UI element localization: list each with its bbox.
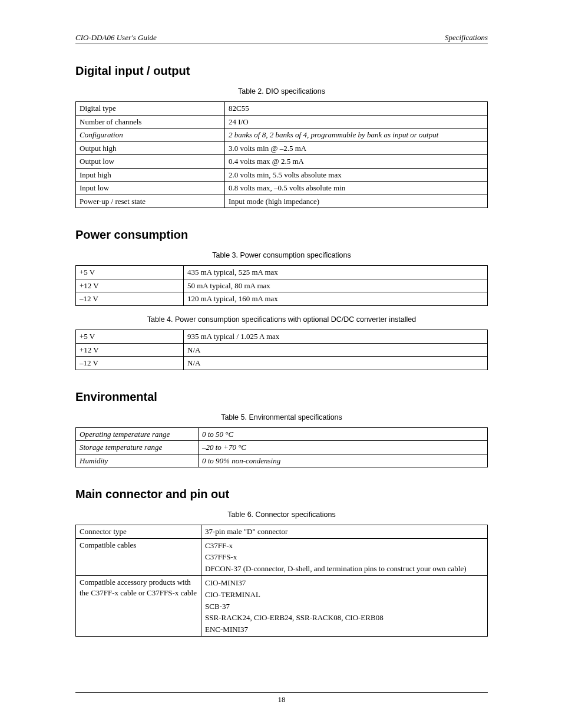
caption-table3: Table 3. Power consumption specification… (75, 251, 488, 259)
table-row: +5 V435 mA typical, 525 mA max (76, 266, 488, 279)
table-env: Operating temperature range0 to 50 °CSto… (75, 427, 488, 468)
heading-power: Power consumption (75, 228, 488, 242)
header-right: Specifications (445, 33, 488, 42)
spec-value: 2.0 volts min, 5.5 volts absolute max (225, 168, 488, 182)
spec-key: Connector type (76, 525, 201, 539)
spec-value: CIO-MINI37CIO-TERMINALSCB-37SSR-RACK24, … (201, 576, 488, 637)
spec-value: 0.8 volts max, –0.5 volts absolute min (225, 182, 488, 195)
spec-value: –20 to +70 °C (199, 441, 488, 454)
spec-value: Input mode (high impedance) (225, 195, 488, 208)
spec-value-line: DFCON-37 (D-connector, D-shell, and term… (205, 563, 484, 575)
table-row: +12 V50 mA typical, 80 mA max (76, 279, 488, 292)
running-header: CIO-DDA06 User's Guide Specifications (75, 33, 488, 44)
spec-value-line: SCB-37 (205, 601, 484, 612)
page-body: CIO-DDA06 User's Guide Specifications Di… (75, 33, 488, 637)
spec-value: 50 mA typical, 80 mA max (184, 279, 488, 292)
page-footer: 18 (75, 692, 488, 704)
heading-env: Environmental (75, 390, 488, 404)
spec-key: +5 V (76, 330, 184, 344)
table-row: +12 VN/A (76, 343, 488, 357)
table-row: Output high3.0 volts min @ –2.5 mA (76, 141, 488, 155)
spec-value-line: ENC-MINI37 (205, 624, 484, 635)
spec-value: 0.4 volts max @ 2.5 mA (225, 155, 488, 169)
table-row: +5 V935 mA typical / 1.025 A max (76, 330, 488, 344)
table-power2: +5 V935 mA typical / 1.025 A max+12 VN/A… (75, 330, 488, 370)
table-conn: Connector type37-pin male "D" connectorC… (75, 525, 488, 637)
table-row: –12 V120 mA typical, 160 mA max (76, 292, 488, 306)
spec-key: Input high (76, 168, 225, 182)
spec-key: Digital type (76, 102, 225, 116)
table-row: Input low0.8 volts max, –0.5 volts absol… (76, 182, 488, 195)
table-row: Operating temperature range0 to 50 °C (76, 427, 488, 441)
table-row: Output low0.4 volts max @ 2.5 mA (76, 155, 488, 169)
spec-key: Number of channels (76, 115, 225, 129)
heading-dio: Digital input / output (75, 64, 488, 78)
spec-key: +12 V (76, 343, 184, 357)
table-row: Compatible cablesC37FF-xC37FFS-xDFCON-37… (76, 538, 488, 576)
spec-value-line: CIO-TERMINAL (205, 589, 484, 601)
caption-table2: Table 2. DIO specifications (75, 87, 488, 95)
table-power1: +5 V435 mA typical, 525 mA max+12 V50 mA… (75, 265, 488, 306)
spec-value: 37-pin male "D" connector (201, 525, 488, 539)
spec-key: Operating temperature range (76, 427, 199, 441)
table-row: –12 VN/A (76, 357, 488, 370)
spec-key: Compatible accessory products with the C… (76, 576, 201, 637)
table-row: Storage temperature range–20 to +70 °C (76, 441, 488, 454)
page-number: 18 (75, 693, 488, 704)
table-row: Connector type37-pin male "D" connector (76, 525, 488, 539)
spec-value: 3.0 volts min @ –2.5 mA (225, 141, 488, 155)
spec-value: 2 banks of 8, 2 banks of 4, programmable… (225, 129, 488, 142)
spec-key: Storage temperature range (76, 441, 199, 454)
table-row: Power-up / reset stateInput mode (high i… (76, 195, 488, 208)
spec-key: –12 V (76, 357, 184, 370)
spec-value: N/A (184, 357, 488, 370)
table-row: Humidity0 to 90% non-condensing (76, 454, 488, 467)
heading-conn: Main connector and pin out (75, 487, 488, 501)
spec-key: Configuration (76, 129, 225, 142)
spec-value-line: C37FFS-x (205, 551, 484, 563)
spec-key: +5 V (76, 266, 184, 279)
spec-value: 120 mA typical, 160 mA max (184, 292, 488, 306)
spec-key: Compatible cables (76, 538, 201, 576)
caption-table5: Table 5. Environmental specifications (75, 413, 488, 421)
spec-key: Output high (76, 141, 225, 155)
spec-key: Input low (76, 182, 225, 195)
spec-value: 0 to 90% non-condensing (199, 454, 488, 467)
spec-key: +12 V (76, 279, 184, 292)
header-left: CIO-DDA06 User's Guide (75, 33, 157, 42)
spec-value: 435 mA typical, 525 mA max (184, 266, 488, 279)
table-dio: Digital type82C55Number of channels24 I/… (75, 101, 488, 208)
table-row: Input high2.0 volts min, 5.5 volts absol… (76, 168, 488, 182)
caption-table4: Table 4. Power consumption specification… (75, 315, 488, 324)
spec-key: Output low (76, 155, 225, 169)
caption-table6: Table 6. Connector specifications (75, 510, 488, 519)
spec-value: 935 mA typical / 1.025 A max (184, 330, 488, 344)
spec-value: 82C55 (225, 102, 488, 116)
spec-key: Humidity (76, 454, 199, 467)
spec-value-line: SSR-RACK24, CIO-ERB24, SSR-RACK08, CIO-E… (205, 612, 484, 624)
spec-value: C37FF-xC37FFS-xDFCON-37 (D-connector, D-… (201, 538, 488, 576)
table-row: Digital type82C55 (76, 102, 488, 116)
spec-value-line: CIO-MINI37 (205, 577, 484, 589)
spec-value: 0 to 50 °C (199, 427, 488, 441)
table-row: Compatible accessory products with the C… (76, 576, 488, 637)
table-row: Number of channels24 I/O (76, 115, 488, 129)
spec-value: N/A (184, 343, 488, 357)
spec-key: Power-up / reset state (76, 195, 225, 208)
spec-value: 24 I/O (225, 115, 488, 129)
spec-value-line: C37FF-x (205, 540, 484, 552)
spec-key: –12 V (76, 292, 184, 306)
table-row: Configuration2 banks of 8, 2 banks of 4,… (76, 129, 488, 142)
